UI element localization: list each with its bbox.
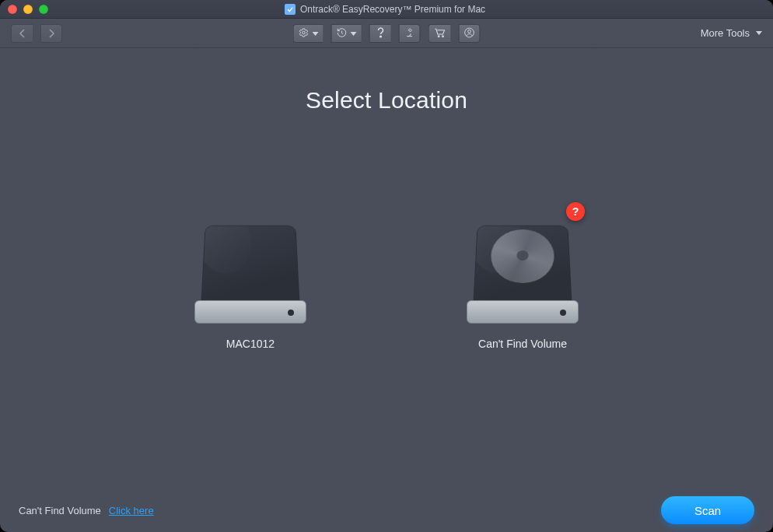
toolbar-center: [293, 22, 481, 45]
drive-icon: ?: [465, 207, 580, 324]
footer-hint-text: Can't Find Volume: [19, 505, 101, 516]
fullscreen-window-button[interactable]: [39, 5, 48, 14]
nav-back-button[interactable]: [11, 24, 33, 43]
nav-forward-button[interactable]: [40, 24, 62, 43]
svg-point-1: [380, 36, 381, 37]
toolbar: More Tools: [0, 19, 773, 48]
svg-point-0: [303, 31, 306, 34]
svg-point-3: [442, 35, 444, 37]
svg-point-2: [438, 35, 439, 37]
drive-label: Can't Find Volume: [478, 338, 567, 350]
app-window: Ontrack® EasyRecovery™ Premium for Mac: [0, 0, 773, 532]
deep-scan-button[interactable]: [399, 24, 421, 43]
settings-button[interactable]: [293, 24, 324, 43]
nav-seg: [11, 24, 62, 43]
gear-icon: [299, 27, 310, 40]
window-controls: [8, 5, 48, 14]
chevron-down-icon: [756, 31, 762, 35]
more-tools-menu[interactable]: More Tools: [701, 27, 762, 39]
minimize-window-button[interactable]: [23, 5, 33, 14]
microscope-icon: [404, 27, 415, 40]
question-badge-icon: ?: [566, 202, 585, 221]
footer: Can't Find Volume Click here Scan: [0, 488, 773, 532]
cart-icon: [434, 27, 446, 40]
drive-label: MAC1012: [226, 338, 275, 350]
title-center: Ontrack® EasyRecovery™ Premium for Mac: [48, 4, 722, 15]
help-icon: [376, 27, 385, 40]
click-here-link[interactable]: Click here: [109, 505, 154, 516]
drive-list: MAC1012 ? Can't Find Volume: [173, 207, 600, 350]
history-button[interactable]: [331, 24, 362, 43]
titlebar: Ontrack® EasyRecovery™ Premium for Mac: [0, 0, 773, 19]
purchase-button[interactable]: [428, 24, 451, 43]
main-area: Select Location MAC1012 ? Can't Find Vol…: [0, 48, 773, 488]
page-title: Select Location: [306, 87, 467, 114]
drive-card-mac1012[interactable]: MAC1012: [173, 207, 328, 350]
help-button[interactable]: [369, 24, 391, 43]
drive-card-cant-find-volume[interactable]: ? Can't Find Volume: [445, 207, 600, 350]
app-logo-icon: [285, 4, 296, 15]
account-button[interactable]: [459, 24, 481, 43]
svg-point-5: [468, 30, 471, 33]
history-icon: [337, 27, 348, 40]
more-tools-label: More Tools: [701, 27, 750, 39]
user-icon: [464, 27, 475, 40]
close-window-button[interactable]: [8, 5, 17, 14]
app-title: Ontrack® EasyRecovery™ Premium for Mac: [300, 4, 485, 15]
drive-icon: [193, 207, 308, 324]
chevron-down-icon: [351, 32, 357, 36]
scan-button[interactable]: Scan: [661, 496, 754, 524]
chevron-down-icon: [313, 32, 319, 36]
